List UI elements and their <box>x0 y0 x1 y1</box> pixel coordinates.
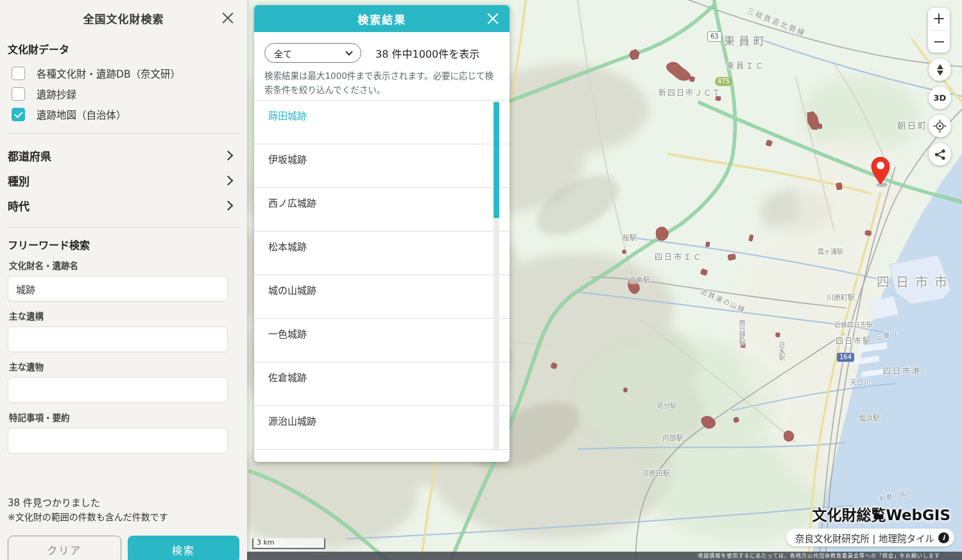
checkbox-label: 遺跡地図（自治体） <box>37 107 126 121</box>
results-close-icon[interactable] <box>486 12 499 25</box>
result-item[interactable]: 佐倉城跡 <box>254 362 510 406</box>
field-site-name: 文化財名・遺跡名 <box>8 259 239 301</box>
checkbox-row-shoroku[interactable]: 遺跡抄録 <box>0 83 247 104</box>
map-label: 近鉄四日市駅 <box>834 319 873 329</box>
map-label: 東員町 <box>724 32 768 48</box>
accordion-label: 種別 <box>8 173 30 189</box>
search-results-panel: 検索結果 全て 38 件中1000件を表示 検索結果は最大1000件まで表示され… <box>254 5 510 462</box>
accordion-prefecture[interactable]: 都道府県 <box>0 143 247 168</box>
map-scale-bar: 3 km <box>252 538 325 549</box>
chevron-right-icon <box>223 151 234 161</box>
checkbox-unchecked-icon <box>12 67 25 80</box>
result-item-name: 佐倉城跡 <box>268 370 510 384</box>
zoom-out-button[interactable]: − <box>928 31 950 53</box>
field-label: 主な遺物 <box>9 360 239 373</box>
field-label: 特記事項・要約 <box>9 411 239 423</box>
results-title: 検索結果 <box>357 11 406 27</box>
filter-selected-value: 全て <box>274 47 347 60</box>
results-count-text: 38 件中1000件を表示 <box>375 46 479 61</box>
sidebar-buttons: クリア 検索 <box>8 536 239 560</box>
checkbox-row-isekichizu[interactable]: 遺跡地図（自治体） <box>0 104 247 124</box>
map-label: 高角駅 <box>629 275 650 285</box>
accordion-era[interactable]: 時代 <box>0 193 247 218</box>
chevron-down-icon <box>345 48 352 55</box>
field-main-features: 主な遺構 <box>8 309 239 352</box>
divider <box>8 227 239 228</box>
map-label: 朝日町 <box>897 119 928 131</box>
result-item[interactable]: 西ノ広城跡 <box>254 188 510 232</box>
results-scrollbar-thumb[interactable] <box>494 102 499 218</box>
sidebar-result-note: ※文化財の範囲の件数も含んだ件数です <box>8 510 168 523</box>
field-label: 主な遺構 <box>9 309 239 322</box>
compass-tilt-button[interactable] <box>929 58 951 81</box>
result-item-name: 西ノ広城跡 <box>268 196 510 209</box>
map-label: 霞ヶ浦駅 <box>818 246 843 256</box>
sidebar-title: 全国文化財検索 <box>83 10 164 26</box>
map-label: 塩浜駅 <box>859 412 880 423</box>
checkbox-label: 各種文化財・遺跡DB（奈文研） <box>37 66 180 80</box>
main-artifacts-input[interactable] <box>8 377 228 403</box>
map-label: 西日野駅 <box>737 319 746 345</box>
arrow-up-icon <box>937 64 943 69</box>
results-filter-row: 全て 38 件中1000件を表示 <box>264 43 499 63</box>
map-label: 桜駅 <box>623 232 637 242</box>
search-button[interactable]: 検索 <box>128 536 240 560</box>
result-item-name: 一色城跡 <box>268 327 510 340</box>
divider <box>8 133 239 134</box>
result-item-name: 源治山城跡 <box>268 414 510 427</box>
results-header: 検索結果 <box>254 5 510 32</box>
results-list: 蒔田城跡 伊坂城跡 西ノ広城跡 松本城跡 城の山城跡 一色城跡 佐倉城跡 源治山… <box>254 100 510 462</box>
share-icon <box>934 149 946 160</box>
3d-label: 3D <box>934 93 947 103</box>
locate-button[interactable] <box>929 115 951 137</box>
result-item-name: 伊坂城跡 <box>268 152 510 165</box>
result-item[interactable]: 城の山城跡 <box>254 275 510 319</box>
sidebar-header: 全国文化財検索 <box>0 0 247 36</box>
map-label: 四日市港 <box>883 365 922 376</box>
accordion-type[interactable]: 種別 <box>0 168 247 193</box>
map-label: 四日市駅 <box>836 335 872 346</box>
map-label: 川原町駅 <box>827 292 855 302</box>
checkbox-label: 遺跡抄録 <box>37 87 76 101</box>
checkbox-row-db[interactable]: 各種文化財・遺跡DB（奈文研） <box>0 63 247 83</box>
main-features-input[interactable] <box>8 327 228 352</box>
field-main-artifacts: 主な遺物 <box>8 360 239 403</box>
site-name-input[interactable] <box>8 276 228 301</box>
results-scrollbar-track[interactable] <box>494 101 499 451</box>
freeword-heading: フリーワード検索 <box>8 237 239 252</box>
result-item[interactable]: 源治山城跡 <box>254 406 510 450</box>
info-icon[interactable]: i <box>938 532 949 543</box>
arrow-down-icon <box>937 71 943 76</box>
result-item[interactable]: 一色城跡 <box>254 319 510 362</box>
attribution-text[interactable]: 奈良文化財研究所 | 地理院タイル <box>795 531 934 545</box>
share-button[interactable] <box>929 143 951 165</box>
zoom-control: + − <box>928 8 950 53</box>
result-item[interactable]: 蒔田城跡 <box>254 101 510 144</box>
3d-mode-button[interactable]: 3D <box>929 87 951 109</box>
map-label: 天白川 <box>850 377 871 387</box>
result-item[interactable]: 伊坂城跡 <box>254 144 510 188</box>
chevron-right-icon <box>223 176 234 186</box>
clear-button[interactable]: クリア <box>8 536 121 560</box>
accordion-label: 都道府県 <box>8 148 51 164</box>
route-badge: 475 <box>715 77 732 86</box>
map-pin-marker[interactable] <box>863 151 898 191</box>
map-label: 新四日市ＪＣＴ <box>658 87 721 98</box>
result-item[interactable]: 松本城跡 <box>254 232 510 275</box>
route-badge: 164 <box>837 353 854 362</box>
zoom-in-button[interactable]: + <box>928 8 950 30</box>
remarks-input[interactable] <box>8 428 228 454</box>
locate-icon <box>933 119 947 133</box>
attribution-pill: 奈良文化財研究所 | 地理院タイル i <box>786 529 954 547</box>
map-label: 河原田駅 <box>642 468 670 478</box>
data-section-heading: 文化財データ <box>8 41 239 56</box>
site-brand: 文化財総覧WebGIS <box>812 503 950 525</box>
map-label: 四日市ＩＣ <box>655 251 703 262</box>
checkbox-unchecked-icon <box>12 87 25 101</box>
accordion-label: 時代 <box>8 198 30 214</box>
results-filter-select[interactable]: 全て <box>264 43 361 63</box>
map-label: 追分駅 <box>657 400 676 410</box>
map-label: 東員ＩＣ <box>726 60 765 71</box>
sidebar-close-icon[interactable] <box>221 12 234 24</box>
search-sidebar: 全国文化財検索 文化財データ 各種文化財・遺跡DB（奈文研） 遺跡抄録 遺跡地図… <box>0 0 247 560</box>
